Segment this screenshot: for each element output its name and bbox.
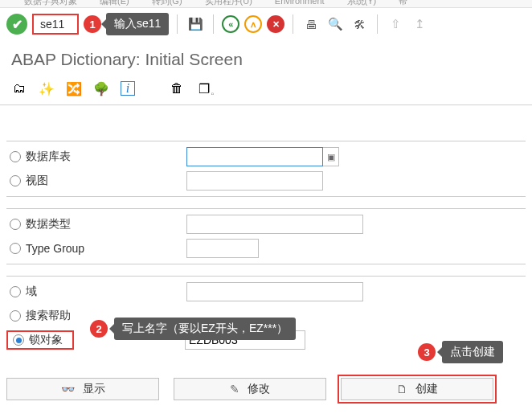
change-button-label: 修改 [248,382,270,396]
annotation-tooltip-3: 点击创建 [442,341,503,363]
annotation-tooltip-1: 输入se11 [106,13,169,35]
tcode-input[interactable]: se11 [32,14,79,35]
delete-icon[interactable]: 🗑 [169,80,185,96]
label-database-table: 数据库表 [26,150,186,164]
row-database-table: 数据库表 ▣ [6,145,526,169]
input-type-group[interactable] [186,239,259,258]
input-database-table[interactable] [186,147,323,166]
row-type-group: Type Group [6,236,526,260]
annotation-tooltip-2: 写上名字（要以EZ开头，EZ***） [114,318,296,340]
copy-icon[interactable]: ❐▫ [196,80,212,96]
exit-button[interactable]: ʌ [244,15,262,33]
create-button[interactable]: 🗋 创建 [341,378,493,400]
page-title: ABAP Dictionary: Initial Screen [0,40,532,77]
info-icon[interactable]: i [121,81,135,96]
radio-data-type[interactable] [10,219,21,230]
annotation-badge-3: 3 [418,343,436,361]
find-next-icon[interactable]: 🛠 [350,14,369,34]
save-icon[interactable]: 💾 [186,14,205,34]
label-type-group: Type Group [26,242,186,255]
app-toolbar: 🗂 ✨ 🔀 🌳 i 🗑 ❐▫ [0,77,532,104]
radio-database-table[interactable] [10,151,21,162]
annotation-badge-1: 1 [84,15,101,33]
where-used-icon[interactable]: 🔀 [66,80,82,96]
radio-type-group[interactable] [10,243,21,254]
label-data-type: 数据类型 [26,217,186,232]
glasses-icon: 👓 [61,383,75,395]
input-view[interactable] [186,171,323,191]
radio-search-help[interactable] [10,310,21,322]
enter-button[interactable]: ✔ [6,14,27,35]
radio-domain[interactable] [10,286,21,297]
pencil-icon: ✎ [230,383,239,395]
system-toolbar: ✔ se11 1 输入se11 💾 « ʌ ✕ 🖶 🔍 🛠 ⇧ ↥ [0,8,532,40]
action-button-row: 👓 显示 ✎ 修改 🗋 创建 [0,367,532,412]
label-lock-object: 锁对象 [29,333,71,347]
back-button[interactable]: « [222,15,239,33]
print-icon[interactable]: 🖶 [301,14,321,34]
row-view: 视图 [6,169,526,193]
menu-bar: 数据字典对象编辑(E)转到(G)实用程序(U)Environment系统(Y)帮 [0,0,532,8]
input-domain[interactable] [186,282,363,301]
display-button[interactable]: 👓 显示 [6,378,159,400]
f4-help-icon[interactable]: ▣ [323,147,339,166]
radio-lock-object[interactable] [13,334,24,346]
change-button[interactable]: ✎ 修改 [174,378,326,400]
display-button-label: 显示 [83,382,105,396]
row-data-type: 数据类型 [6,212,526,236]
input-data-type[interactable] [186,215,363,234]
label-domain: 域 [26,285,186,299]
prev-page-icon[interactable]: ↥ [410,14,429,34]
annotation-badge-2: 2 [90,320,108,338]
annotation-2: 2 写上名字（要以EZ开头，EZ***） [90,318,296,340]
row-domain: 域 [6,280,526,304]
cancel-button[interactable]: ✕ [267,15,284,33]
wizard-icon[interactable]: ✨ [39,80,55,96]
dictionary-form: 数据库表 ▣ 视图 数据类型 Type Group 域 搜索 [0,112,532,355]
create-button-label: 创建 [415,382,438,396]
annotation-3: 3 点击创建 [418,341,503,363]
radio-view[interactable] [10,175,21,186]
find-icon[interactable]: 🔍 [325,14,345,34]
hierarchy-icon[interactable]: 🌳 [93,80,109,96]
document-icon: 🗋 [396,383,407,395]
first-page-icon[interactable]: ⇧ [386,14,405,34]
tool-icon-1[interactable]: 🗂 [11,80,27,96]
label-view: 视图 [26,174,186,188]
